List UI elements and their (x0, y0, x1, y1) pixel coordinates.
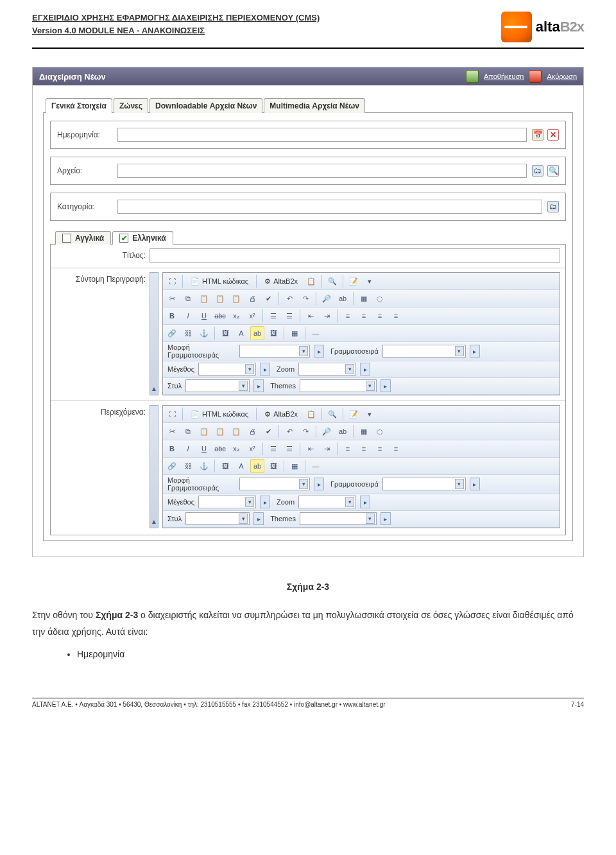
align-center-icon[interactable]: ≡ (357, 442, 371, 456)
category-input[interactable] (117, 200, 542, 214)
paste-plain-icon[interactable]: 📋 (229, 291, 243, 306)
paste2-icon[interactable]: 📋 (197, 424, 211, 438)
outdent-icon[interactable]: ⇤ (304, 309, 318, 323)
paste-icon[interactable]: 📋 (304, 274, 318, 288)
template-icon[interactable]: 📝 (346, 274, 361, 288)
anchor-icon[interactable]: ⚓ (197, 459, 211, 473)
paste-word-icon[interactable]: 📋 (213, 291, 227, 306)
template-icon[interactable]: 📝 (346, 407, 361, 421)
zoom-apply[interactable]: ▸ (360, 363, 370, 376)
themes-apply[interactable]: ▸ (381, 379, 391, 392)
indent-icon[interactable]: ⇥ (320, 309, 334, 323)
paste-icon[interactable]: 📋 (304, 407, 318, 421)
unlink-icon[interactable]: ⛓ (181, 326, 195, 340)
file-input[interactable] (117, 164, 527, 178)
dropdown-icon[interactable]: ▾ (363, 407, 377, 421)
themes-apply[interactable]: ▸ (381, 512, 391, 525)
hr-icon[interactable]: — (309, 459, 323, 473)
highlight-icon[interactable]: ab (250, 459, 264, 473)
align-right-icon[interactable]: ≡ (373, 442, 387, 456)
bold-icon[interactable]: B (165, 309, 179, 323)
themes-dropdown[interactable]: ▾ (300, 379, 377, 392)
font-family-apply[interactable]: ▸ (470, 345, 480, 358)
link-icon[interactable]: 🔗 (165, 459, 179, 473)
style-dropdown[interactable]: ▾ (185, 512, 250, 525)
select-all-icon[interactable]: ▦ (357, 424, 371, 438)
ol-icon[interactable]: ☰ (266, 442, 280, 456)
find-icon[interactable]: 🔎 (320, 424, 334, 438)
font-color-icon[interactable]: A (234, 326, 248, 340)
font-family-apply[interactable]: ▸ (470, 478, 480, 490)
font-format-dropdown[interactable]: ▾ (239, 478, 310, 490)
size-dropdown[interactable]: ▾ (198, 363, 256, 376)
zoom-dropdown[interactable]: ▾ (298, 496, 356, 508)
fullscreen-icon[interactable]: ⛶ (165, 407, 179, 421)
redo-icon[interactable]: ↷ (298, 424, 312, 438)
style-apply[interactable]: ▸ (253, 379, 264, 392)
font-family-dropdown[interactable]: ▾ (382, 345, 466, 358)
altab2x-button[interactable]: ⚙ AltaB2x (260, 407, 302, 421)
select-all-icon[interactable]: ▦ (357, 291, 371, 306)
themes-dropdown[interactable]: ▾ (300, 512, 377, 525)
search-icon[interactable]: 🔍 (325, 407, 339, 421)
bold-icon[interactable]: B (165, 442, 179, 456)
italic-icon[interactable]: I (181, 309, 195, 323)
size-apply[interactable]: ▸ (260, 496, 270, 508)
preview-icon[interactable]: 🔍 (547, 165, 559, 177)
tab-downloadable[interactable]: Downloadable Αρχεία Νέων (150, 98, 262, 113)
insert-image-icon[interactable]: 🖼 (266, 459, 280, 473)
copy-icon[interactable]: ⧉ (181, 291, 195, 306)
lang-tab-greek[interactable]: Ελληνικά (112, 231, 173, 245)
paste-plain-icon[interactable]: 📋 (229, 424, 243, 438)
lang-tab-english[interactable]: Αγγλικά (55, 231, 111, 245)
table-icon[interactable]: ▦ (287, 459, 302, 473)
ul-icon[interactable]: ☰ (282, 442, 296, 456)
category-browse-icon[interactable]: 🗂 (547, 201, 559, 212)
align-justify-icon[interactable]: ≡ (389, 309, 403, 323)
superscript-icon[interactable]: x² (245, 309, 259, 323)
insert-image-icon[interactable]: 🖼 (266, 326, 280, 340)
search-icon[interactable]: 🔍 (325, 274, 339, 288)
tab-zones[interactable]: Ζώνες (114, 98, 148, 113)
underline-icon[interactable]: U (197, 309, 211, 323)
collapse-handle[interactable]: ▲ (150, 272, 158, 395)
clear-icon[interactable]: ✕ (547, 129, 559, 141)
font-format-apply[interactable]: ▸ (314, 478, 324, 490)
font-color-icon[interactable]: A (234, 459, 248, 473)
style-apply[interactable]: ▸ (253, 512, 264, 525)
redo-icon[interactable]: ↷ (298, 291, 312, 306)
replace-icon[interactable]: ab (336, 424, 350, 438)
superscript-icon[interactable]: x² (245, 442, 259, 456)
strike-icon[interactable]: abc (213, 309, 227, 323)
save-link[interactable]: Αποθήκευση (484, 73, 524, 80)
fullscreen-icon[interactable]: ⛶ (165, 274, 179, 288)
remove-format-icon[interactable]: ◌ (373, 424, 387, 438)
copy-icon[interactable]: ⧉ (181, 424, 195, 438)
spellcheck-icon[interactable]: ✔ (261, 424, 275, 438)
align-center-icon[interactable]: ≡ (357, 309, 371, 323)
table-icon[interactable]: ▦ (287, 326, 302, 340)
undo-icon[interactable]: ↶ (282, 291, 296, 306)
font-format-apply[interactable]: ▸ (314, 345, 324, 358)
altab2x-button[interactable]: ⚙ AltaB2x (260, 274, 302, 288)
spellcheck-icon[interactable]: ✔ (261, 291, 275, 306)
checkbox-english[interactable] (62, 234, 71, 243)
find-icon[interactable]: 🔎 (320, 291, 334, 306)
hr-icon[interactable]: — (309, 326, 323, 340)
zoom-dropdown[interactable]: ▾ (298, 363, 356, 376)
size-apply[interactable]: ▸ (260, 363, 270, 376)
font-family-dropdown[interactable]: ▾ (382, 478, 466, 490)
anchor-icon[interactable]: ⚓ (197, 326, 211, 340)
subscript-icon[interactable]: x₂ (229, 442, 243, 456)
checkbox-greek[interactable] (119, 234, 128, 243)
ul-icon[interactable]: ☰ (282, 309, 296, 323)
outdent-icon[interactable]: ⇤ (304, 442, 318, 456)
font-format-dropdown[interactable]: ▾ (239, 345, 310, 358)
style-dropdown[interactable]: ▾ (185, 379, 250, 392)
title-input[interactable] (150, 248, 560, 263)
unlink-icon[interactable]: ⛓ (181, 459, 195, 473)
italic-icon[interactable]: I (181, 442, 195, 456)
print-icon[interactable]: 🖨 (245, 291, 259, 306)
underline-icon[interactable]: U (197, 442, 211, 456)
tab-general[interactable]: Γενικά Στοιχεία (46, 98, 112, 113)
